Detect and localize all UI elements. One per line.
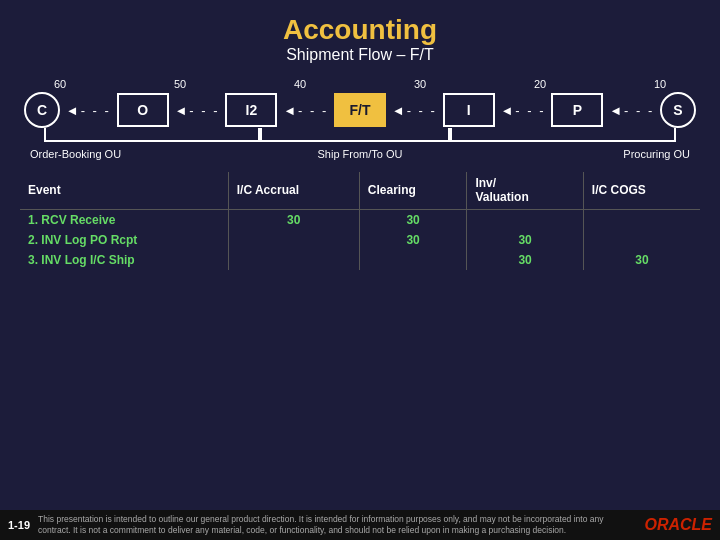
page-number: 1-19: [8, 519, 30, 531]
event-3-clearing: [359, 250, 467, 270]
event-2-ic-cogs: [583, 230, 700, 250]
event-3: 3. INV Log I/C Ship: [20, 250, 228, 270]
arrow-6: ◄- - -: [603, 103, 660, 118]
arrow-3: ◄- - -: [277, 103, 334, 118]
flow-row: C ◄- - - O ◄- - - I2 ◄- - - F/T ◄- - -: [20, 92, 700, 128]
node-i: I: [443, 93, 495, 127]
node-ft: F/T: [334, 93, 386, 127]
page: Accounting Shipment Flow – F/T 60 50 40 …: [0, 0, 720, 540]
connector-lines: [30, 128, 690, 146]
label-ship-from-to: Ship From/To OU: [250, 148, 470, 160]
label-procuring: Procuring OU: [470, 148, 690, 160]
event-2: 2. INV Log PO Rcpt: [20, 230, 228, 250]
table-section: Event I/C Accrual Clearing Inv/Valuation…: [20, 172, 700, 270]
arrow-2: ◄- - -: [169, 103, 226, 118]
col-event: Event: [20, 172, 228, 209]
event-1-clearing: 30: [359, 209, 467, 230]
col-ic-accrual: I/C Accrual: [228, 172, 359, 209]
col-ic-cogs: I/C COGS: [583, 172, 700, 209]
table-row: 2. INV Log PO Rcpt 30 30: [20, 230, 700, 250]
flow-numbers: 60 50 40 30 20 10: [20, 78, 700, 90]
disclaimer-text: This presentation is intended to outline…: [38, 514, 636, 536]
table-header-row: Event I/C Accrual Clearing Inv/Valuation…: [20, 172, 700, 209]
flow-labels: Order-Booking OU Ship From/To OU Procuri…: [20, 146, 700, 162]
flow-num-10: 10: [630, 78, 690, 90]
event-1-ic-accrual: 30: [228, 209, 359, 230]
flow-num-50: 50: [150, 78, 210, 90]
table-row: 1. RCV Receive 30 30: [20, 209, 700, 230]
flow-num-30: 30: [390, 78, 450, 90]
label-order-booking: Order-Booking OU: [30, 148, 250, 160]
col-clearing: Clearing: [359, 172, 467, 209]
oracle-logo: ORACLE: [644, 516, 712, 534]
node-o: O: [117, 93, 169, 127]
event-1-ic-cogs: [583, 209, 700, 230]
event-3-ic-cogs: 30: [583, 250, 700, 270]
node-p: P: [551, 93, 603, 127]
node-s: S: [660, 92, 696, 128]
table-row: 3. INV Log I/C Ship 30 30: [20, 250, 700, 270]
event-3-inv-val: 30: [467, 250, 583, 270]
event-2-ic-accrual: [228, 230, 359, 250]
flow-num-40: 40: [270, 78, 330, 90]
footer: 1-19 This presentation is intended to ou…: [0, 510, 720, 540]
event-2-inv-val: 30: [467, 230, 583, 250]
event-3-ic-accrual: [228, 250, 359, 270]
node-c: C: [24, 92, 60, 128]
col-inv-valuation: Inv/Valuation: [467, 172, 583, 209]
header: Accounting Shipment Flow – F/T: [0, 0, 720, 68]
event-1-inv-val: [467, 209, 583, 230]
page-title: Accounting: [0, 14, 720, 46]
flow-diagram: 60 50 40 30 20 10 C ◄- - - O ◄- - - I2: [20, 78, 700, 162]
event-1: 1. RCV Receive: [20, 209, 228, 230]
node-i2: I2: [225, 93, 277, 127]
arrow-1: ◄- - -: [60, 103, 117, 118]
arrow-5: ◄- - -: [495, 103, 552, 118]
flow-num-20: 20: [510, 78, 570, 90]
event-2-clearing: 30: [359, 230, 467, 250]
flow-num-60: 60: [30, 78, 90, 90]
accounting-table: Event I/C Accrual Clearing Inv/Valuation…: [20, 172, 700, 270]
arrow-4: ◄- - -: [386, 103, 443, 118]
page-subtitle: Shipment Flow – F/T: [0, 46, 720, 64]
